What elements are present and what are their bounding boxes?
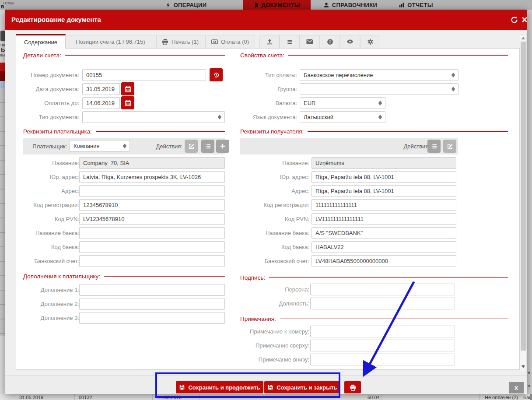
nav-item-reports[interactable]: ОТЧЕТЫ — [391, 0, 441, 10]
recipient-list-button[interactable] — [427, 140, 441, 153]
close-button[interactable]: × — [520, 15, 529, 25]
envelope-icon — [306, 39, 313, 45]
payer-add-button[interactable] — [216, 140, 229, 153]
column-separator — [520, 394, 520, 400]
button-label: Сохранить и закрыть — [276, 384, 337, 391]
tab-invoice-positions[interactable]: Позиции счета (1 / 96.715) — [66, 35, 155, 48]
section-heading: Примечания: — [240, 316, 276, 322]
save-continue-button[interactable]: Сохранить и продолжить — [176, 381, 263, 393]
doc-date-calendar-button[interactable] — [121, 82, 134, 95]
edit-icon — [188, 143, 195, 150]
tab-label: Содержание — [24, 39, 57, 46]
chevron-down-icon — [452, 89, 455, 91]
payer-label: Платильщик: — [23, 138, 67, 154]
hamburger-icon — [287, 39, 293, 45]
actions-label: Действия: — [139, 138, 182, 154]
section-signature: Подпись: — [240, 274, 508, 281]
save-close-button[interactable]: Сохранить и закрыть — [264, 381, 340, 393]
recipient-bank-code-input[interactable] — [312, 241, 456, 253]
payer-name-label: Название: — [23, 157, 79, 169]
content-panel: Детали счета: Номер документа: Дата доку… — [16, 48, 520, 370]
pay-until-input[interactable] — [82, 97, 120, 109]
save-icon — [267, 384, 273, 390]
doc-number-input[interactable] — [82, 69, 206, 81]
doc-date-input[interactable] — [82, 83, 120, 95]
save-icon — [179, 384, 185, 390]
payer-list-button[interactable] — [201, 140, 214, 153]
currency-select[interactable]: EUR — [300, 97, 385, 109]
dialog-footer: Сохранить и продолжить Сохранить и закры… — [5, 375, 527, 394]
group-select[interactable] — [300, 83, 458, 95]
tab-info[interactable] — [320, 35, 340, 48]
note-number-label: Примечание к номеру: — [200, 326, 309, 337]
edit-icon — [447, 143, 453, 150]
note-top-input[interactable] — [310, 340, 455, 351]
note-number-input[interactable] — [310, 326, 455, 337]
nav-item-documents[interactable]: ДОКУМЕНТЫ — [243, 0, 311, 10]
recipient-reg-code-input[interactable] — [312, 199, 456, 211]
heading-rule — [308, 131, 508, 132]
payment-type-select[interactable]: Банковское перечисление — [300, 69, 458, 81]
tab-preview[interactable] — [340, 35, 360, 48]
section-heading: Детали счета: — [23, 52, 61, 59]
background-table-rows-end — [0, 336, 5, 394]
select-value: Компания — [74, 143, 100, 149]
section-notes: Примечания: — [240, 316, 508, 322]
print-button[interactable] — [344, 381, 361, 393]
dialog-scrollbar[interactable] — [520, 34, 527, 372]
scroll-down-arrow-icon[interactable] — [522, 365, 525, 368]
chevron-down-icon — [452, 75, 455, 77]
payer-reg-code-label: Код регистрации: — [23, 199, 79, 211]
pay-until-calendar-button[interactable] — [121, 96, 134, 109]
recipient-edit-button[interactable] — [443, 140, 456, 153]
recipient-address-input[interactable] — [312, 185, 456, 197]
tab-menu[interactable] — [280, 35, 300, 48]
payer-edit-button[interactable] — [185, 140, 198, 153]
note-bottom-input[interactable] — [310, 354, 455, 365]
tab-upload[interactable] — [259, 35, 280, 48]
tab-print[interactable]: Печать (1) — [156, 35, 204, 48]
payer-extra3-input[interactable] — [79, 312, 225, 324]
payer-legal-address-label: Юр. адрес: — [23, 171, 79, 183]
nav-item-directories[interactable]: СПРАВОЧНИКИ — [314, 0, 386, 10]
position-label: Должность: — [200, 298, 309, 309]
tab-content[interactable]: Содержание — [16, 34, 66, 49]
info-icon — [327, 39, 333, 45]
heading-rule — [96, 131, 225, 132]
recipient-pvn-code-input[interactable] — [312, 213, 456, 225]
position-input[interactable] — [310, 298, 455, 309]
recipient-toolbar: Действия: — [240, 138, 458, 154]
tab-email[interactable] — [300, 35, 320, 48]
section-heading: Подпись: — [240, 274, 265, 281]
nav-item-label: ДОКУМЕНТЫ — [262, 2, 300, 8]
select-value: Банковское перечисление — [304, 72, 373, 78]
recipient-bank-name-label: Название банка: — [200, 227, 309, 239]
tab-label: Печать (1) — [172, 39, 199, 45]
chevron-up-icon — [378, 101, 382, 103]
background-table-right-strip: н н — [527, 10, 532, 394]
payer-extra1-label: Дополнение 1: — [23, 284, 79, 296]
heading-rule — [65, 55, 225, 56]
tab-label: Позиции счета (1 / 96.715) — [76, 39, 145, 45]
recipient-bank-account-input[interactable] — [312, 255, 456, 267]
language-select[interactable]: Латышский — [300, 111, 385, 123]
recipient-name-input[interactable] — [312, 157, 456, 169]
recipient-bank-account-label: Банковский счет: — [200, 255, 309, 267]
recipient-address-label: Адрес: — [200, 185, 309, 197]
nav-item-operations[interactable]: ОПЕРАЦИИ — [149, 0, 223, 10]
section-invoice-details: Детали счета: — [23, 52, 225, 59]
person-input[interactable] — [310, 284, 455, 295]
footer-close-button[interactable]: X — [509, 382, 524, 393]
payer-type-select[interactable]: Компания — [70, 140, 130, 152]
scroll-up-arrow-icon[interactable] — [522, 37, 525, 39]
refresh-button[interactable] — [509, 15, 519, 25]
lightning-icon — [165, 2, 171, 8]
scrollbar-thumb[interactable] — [521, 42, 526, 351]
background-text-fragment: Ь — [1, 46, 5, 53]
tab-payment[interactable]: Оплата (0) — [205, 35, 255, 48]
recipient-legal-address-input[interactable] — [312, 171, 456, 183]
recipient-bank-name-input[interactable] — [312, 227, 456, 239]
background-row-darkred — [0, 71, 5, 81]
tab-settings[interactable] — [360, 35, 380, 48]
chevron-up-icon — [452, 87, 455, 89]
